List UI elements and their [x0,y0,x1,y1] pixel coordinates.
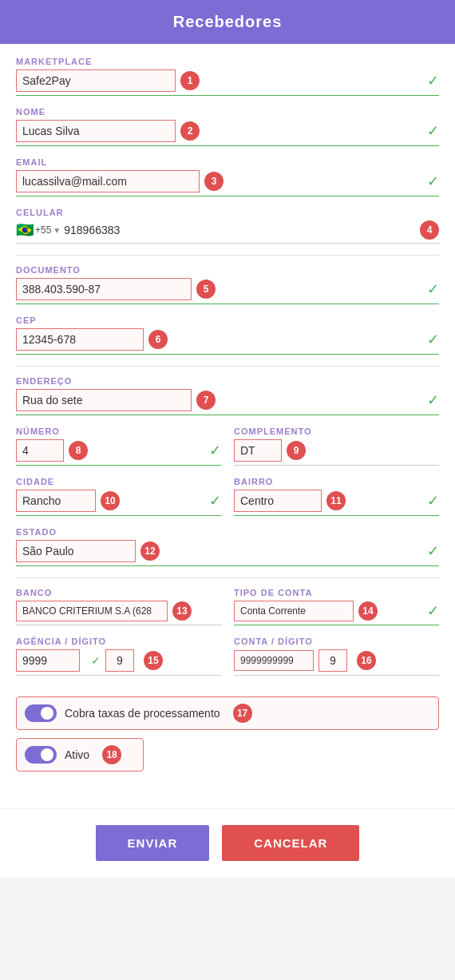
complemento-field: COMPLEMENTO 9 [234,427,439,466]
marketplace-row: 1 ✓ [16,69,439,96]
step-badge-2: 2 [180,121,200,141]
nome-label: NOME [16,107,439,117]
complemento-input[interactable] [234,439,282,462]
estado-input[interactable] [16,540,136,562]
cidade-label: CIDADE [16,477,221,486]
endereco-field: ENDEREÇO 7 ✓ [16,376,439,415]
numero-check-icon: ✓ [209,442,221,459]
banco-label: BANCO [16,588,221,597]
step-badge-16: 16 [357,651,376,670]
tipo-conta-check-icon: ✓ [427,602,439,620]
step-badge-6: 6 [148,330,168,349]
header: Recebedores [0,0,455,44]
conta-input[interactable] [234,650,314,671]
marketplace-field: MARKETPLACE 1 ✓ [16,57,439,96]
email-check-icon: ✓ [427,173,439,190]
endereco-row: 7 ✓ [16,389,439,415]
celular-field: CELULAR 🇧🇷 +55 ▼ 4 [16,208,439,244]
step-badge-5: 5 [196,280,216,299]
banco-tipoconta-row: BANCO 13 TIPO DE CONTA 14 ✓ [16,588,439,637]
phone-country-code: +55 [35,224,51,236]
cobra-taxas-label: Cobra taxas de processamento [65,707,220,720]
conta-digito-input[interactable] [318,649,347,672]
agencia-check-icon: ✓ [91,654,101,667]
cep-field: CEP 6 ✓ [16,315,439,355]
step-badge-3: 3 [204,172,224,191]
brazil-flag-icon: 🇧🇷 [16,221,34,239]
bairro-label: BAIRRO [234,477,439,486]
cep-check-icon: ✓ [427,331,439,348]
estado-field: ESTADO 12 ✓ [16,527,439,566]
celular-row: 🇧🇷 +55 ▼ 4 [16,220,439,244]
agencia-row: ✓ 15 [16,649,221,676]
step-badge-7: 7 [196,391,216,410]
cep-label: CEP [16,315,439,325]
agencia-conta-row: AGÊNCIA / DÍGITO ✓ 15 CONTA / DÍGITO 16 [16,637,439,687]
documento-row: 5 ✓ [16,278,439,304]
step-badge-8: 8 [69,441,88,460]
step-badge-14: 14 [358,601,378,621]
nome-row: 2 ✓ [16,120,439,146]
celular-label: CELULAR [16,208,439,217]
celular-input[interactable] [64,224,415,236]
nome-check-icon: ✓ [427,122,439,140]
documento-input[interactable] [16,278,192,300]
enviar-button[interactable]: ENVIAR [96,825,210,861]
tipo-conta-label: TIPO DE CONTA [234,588,439,597]
ativo-toggle-row[interactable]: Ativo 18 [16,738,144,772]
email-input[interactable] [16,170,200,192]
banco-input[interactable] [16,601,168,621]
step-badge-17: 17 [233,704,252,723]
bairro-input[interactable] [234,490,322,512]
ativo-toggle[interactable] [25,746,57,764]
documento-field: DOCUMENTO 5 ✓ [16,265,439,304]
numero-field: NÚMERO 8 ✓ [16,427,221,466]
step-badge-11: 11 [326,491,346,510]
cancelar-button[interactable]: CANCELAR [222,825,359,861]
estado-row: 12 ✓ [16,540,439,566]
step-badge-9: 9 [287,441,306,460]
numero-row: 8 ✓ [16,439,221,466]
bairro-check-icon: ✓ [427,492,439,510]
marketplace-label: MARKETPLACE [16,57,439,66]
bairro-field: BAIRRO 11 ✓ [234,477,439,516]
endereco-check-icon: ✓ [427,391,439,409]
agencia-digito-input[interactable] [105,649,134,672]
cep-input[interactable] [16,328,144,351]
cobra-taxas-toggle[interactable] [25,704,57,722]
marketplace-input[interactable] [16,69,176,92]
conta-label: CONTA / DÍGITO [234,637,439,646]
agencia-input[interactable] [16,649,80,672]
phone-prefix: 🇧🇷 +55 ▼ [16,221,61,239]
footer: ENVIAR CANCELAR [0,808,455,877]
cidade-bairro-row: CIDADE 10 ✓ BAIRRO 11 ✓ [16,477,439,527]
ativo-label: Ativo [65,748,89,761]
step-badge-10: 10 [101,491,120,510]
banco-field: BANCO 13 [16,588,221,625]
endereco-label: ENDEREÇO [16,376,439,386]
phone-dropdown-icon[interactable]: ▼ [53,226,61,235]
cidade-check-icon: ✓ [209,492,221,510]
cidade-row: 10 ✓ [16,490,221,516]
numero-label: NÚMERO [16,427,221,436]
step-badge-12: 12 [140,542,160,561]
nome-input[interactable] [16,120,176,142]
step-badge-15: 15 [144,651,163,670]
documento-check-icon: ✓ [427,280,439,298]
numero-input[interactable] [16,439,64,462]
cobra-taxas-toggle-row[interactable]: Cobra taxas de processamento 17 [16,696,439,730]
cidade-field: CIDADE 10 ✓ [16,477,221,516]
email-row: 3 ✓ [16,170,439,196]
conta-row: 16 [234,649,439,676]
step-badge-18: 18 [102,745,121,764]
cidade-input[interactable] [16,490,96,512]
numero-complemento-row: NÚMERO 8 ✓ COMPLEMENTO 9 [16,427,439,477]
bairro-row: 11 ✓ [234,490,439,516]
cep-row: 6 ✓ [16,328,439,355]
tipo-conta-input[interactable] [234,601,354,621]
email-label: EMAIL [16,157,439,167]
endereco-input[interactable] [16,389,192,411]
documento-label: DOCUMENTO [16,265,439,275]
nome-field: NOME 2 ✓ [16,107,439,146]
complemento-row: 9 [234,439,439,466]
